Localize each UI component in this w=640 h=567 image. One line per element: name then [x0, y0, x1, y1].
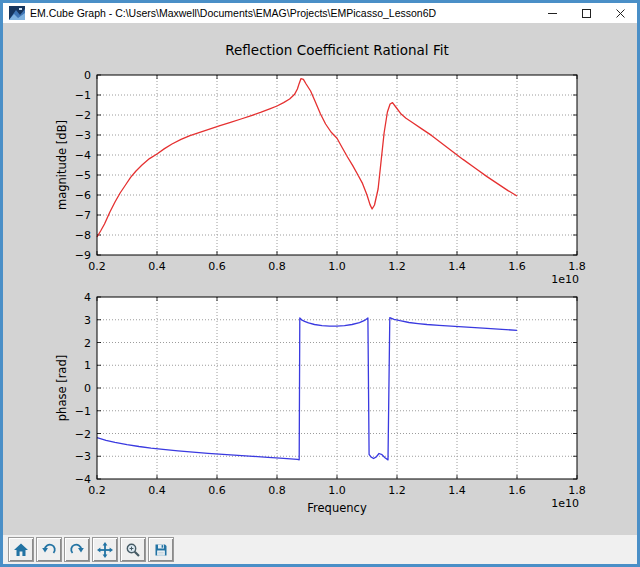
phase-ytick-label: 0: [84, 382, 91, 395]
phase-offset-label: 1e10: [551, 497, 579, 510]
close-icon: [615, 8, 626, 19]
maximize-icon: [581, 8, 592, 19]
window-title: EM.Cube Graph - C:\Users\Maxwell\Documen…: [30, 7, 535, 19]
magnitude-ytick-label: −2: [75, 109, 91, 122]
zoom-magnifier-icon: [125, 542, 141, 558]
magnitude-ytick-label: −5: [75, 169, 91, 182]
magnitude-ytick-label: −3: [75, 129, 91, 142]
phase-ytick-label: −3: [75, 450, 91, 463]
magnitude-ytick-label: 0: [84, 69, 91, 82]
close-button[interactable]: [603, 3, 637, 23]
magnitude-xtick-label: 1.8: [568, 260, 586, 273]
magnitude-xtick-label: 1.6: [508, 260, 526, 273]
emcube-logo-icon: [9, 5, 25, 21]
save-button[interactable]: [148, 537, 174, 562]
plot-title: Reflection Coefficient Rational Fit: [225, 42, 448, 58]
phase-xtick-label: 0.6: [208, 484, 226, 497]
phase-xlabel: Frequency: [307, 501, 367, 515]
phase-ytick-label: 3: [84, 314, 91, 327]
phase-xtick-label: 0.8: [268, 484, 286, 497]
app-window: EM.Cube Graph - C:\Users\Maxwell\Documen…: [0, 0, 640, 567]
magnitude-ytick-label: −6: [75, 189, 91, 202]
magnitude-ytick-label: −7: [75, 209, 91, 222]
minimize-icon: [547, 8, 558, 19]
magnitude-offset-label: 1e10: [551, 273, 579, 286]
magnitude-xtick-label: 0.4: [148, 260, 166, 273]
phase-xtick-label: 1.6: [508, 484, 526, 497]
save-floppy-icon: [153, 542, 169, 558]
phase-xtick-label: 0.4: [148, 484, 166, 497]
back-button[interactable]: [36, 537, 62, 562]
phase-axes: 0.20.40.60.81.01.21.41.61.843210−1−2−3−4…: [55, 291, 586, 515]
magnitude-xtick-label: 1.2: [388, 260, 406, 273]
home-icon: [13, 542, 29, 558]
maximize-button[interactable]: [569, 3, 603, 23]
phase-xtick-label: 1.0: [328, 484, 346, 497]
titlebar[interactable]: EM.Cube Graph - C:\Users\Maxwell\Documen…: [3, 3, 637, 23]
phase-xtick-label: 1.8: [568, 484, 586, 497]
magnitude-xtick-label: 0.8: [268, 260, 286, 273]
phase-xtick-label: 1.4: [448, 484, 466, 497]
magnitude-ylabel: magnitude [dB]: [55, 120, 69, 210]
phase-ytick-label: −1: [75, 405, 91, 418]
phase-ytick-label: −4: [75, 473, 91, 486]
pan-arrows-icon: [97, 542, 113, 558]
plot-toolbar: [3, 535, 637, 564]
magnitude-ytick-label: −1: [75, 89, 91, 102]
phase-ytick-label: −2: [75, 428, 91, 441]
magnitude-xtick-label: 1.4: [448, 260, 466, 273]
home-button[interactable]: [8, 537, 34, 562]
phase-ylabel: phase [rad]: [55, 355, 69, 421]
figure[interactable]: 0.20.40.60.81.01.21.41.61.80−1−2−3−4−5−6…: [3, 23, 637, 535]
minimize-button[interactable]: [535, 3, 569, 23]
pan-button[interactable]: [92, 537, 118, 562]
phase-xtick-label: 1.2: [388, 484, 406, 497]
window-controls: [535, 3, 637, 23]
forward-arrow-icon: [69, 542, 85, 558]
phase-ytick-label: 2: [84, 337, 91, 350]
magnitude-axes: 0.20.40.60.81.01.21.41.61.80−1−2−3−4−5−6…: [55, 42, 586, 286]
back-arrow-icon: [41, 542, 57, 558]
magnitude-xtick-label: 0.6: [208, 260, 226, 273]
magnitude-xtick-label: 1.0: [328, 260, 346, 273]
magnitude-ytick-label: −9: [75, 249, 91, 262]
zoom-button[interactable]: [120, 537, 146, 562]
phase-ytick-label: 1: [84, 359, 91, 372]
magnitude-ytick-label: −8: [75, 229, 91, 242]
phase-ytick-label: 4: [84, 291, 91, 304]
figure-canvas[interactable]: 0.20.40.60.81.01.21.41.61.80−1−2−3−4−5−6…: [3, 23, 637, 535]
forward-button[interactable]: [64, 537, 90, 562]
magnitude-ytick-label: −4: [75, 149, 91, 162]
